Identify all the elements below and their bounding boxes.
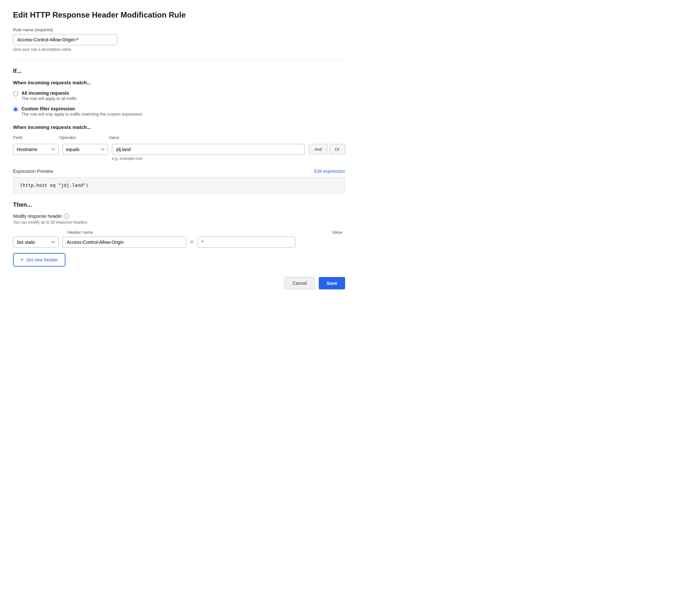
radio-group: All incoming requests The rule will appl… <box>13 91 345 116</box>
expression-header: Expression Preview Edit expression <box>13 169 345 174</box>
expression-preview-label: Expression Preview <box>13 169 53 174</box>
operator-col-label: Operator <box>59 135 105 140</box>
value-input[interactable] <box>112 144 305 155</box>
footer-actions: Cancel Save <box>13 277 345 289</box>
operator-col: equals not equals contains starts with <box>63 144 108 155</box>
modify-header-text: Modify response header <box>13 213 62 219</box>
radio-all-input[interactable] <box>13 91 18 96</box>
or-button[interactable]: Or <box>329 144 345 155</box>
filter-inputs-row: Hostname IP Source URI Path HTTP Method … <box>13 144 345 161</box>
action-select[interactable]: Set static Add Remove <box>13 237 59 248</box>
header-name-input[interactable] <box>63 237 186 248</box>
header-name-col-label: Header name <box>67 230 93 235</box>
equals-sign: = <box>190 239 194 246</box>
radio-all-incoming[interactable]: All incoming requests The rule will appl… <box>13 91 345 101</box>
rule-name-label: Rule name (required) <box>13 27 345 32</box>
rule-name-input[interactable] <box>13 34 117 45</box>
section-divider <box>13 59 345 60</box>
filter-when-match-label: When incoming requests match... <box>13 124 345 130</box>
then-section: Then... Modify response header i You can… <box>13 201 345 267</box>
operator-select[interactable]: equals not equals contains starts with <box>63 144 108 155</box>
save-button[interactable]: Save <box>319 277 345 289</box>
modify-header-label-row: Modify response header i <box>13 213 345 219</box>
if-section: If... When incoming requests match... Al… <box>13 68 345 194</box>
value-hint: e.g. example.com <box>112 156 305 161</box>
header-inputs-row: Set static Add Remove = <box>13 237 345 248</box>
set-new-header-label: Set new header <box>26 257 58 262</box>
info-icon: i <box>64 213 69 219</box>
filter-labels-row: Field Operator Value <box>13 135 345 140</box>
radio-custom-filter[interactable]: Custom filter expression The rule will o… <box>13 106 345 116</box>
edit-expression-link[interactable]: Edit expression <box>314 169 345 174</box>
radio-custom-input[interactable] <box>13 107 18 112</box>
then-heading: Then... <box>13 201 345 208</box>
field-col-label: Field <box>13 135 55 140</box>
cancel-button[interactable]: Cancel <box>285 277 315 289</box>
radio-custom-description: The rule will only apply to traffic matc… <box>22 112 142 116</box>
value-col: e.g. example.com <box>112 144 305 161</box>
and-or-buttons: And Or <box>308 144 345 155</box>
filter-builder: When incoming requests match... Field Op… <box>13 124 345 161</box>
header-value-input[interactable] <box>197 237 295 248</box>
radio-all-description: The rule will apply to all traffic <box>22 96 77 101</box>
when-match-heading: When incoming requests match... <box>13 80 345 85</box>
expression-box: (http.host eq "jdj.land") <box>13 177 345 194</box>
field-select[interactable]: Hostname IP Source URI Path HTTP Method <box>13 144 59 155</box>
if-heading: If... <box>13 68 345 74</box>
value-col-label: Value <box>109 135 119 140</box>
expression-preview-section: Expression Preview Edit expression (http… <box>13 169 345 194</box>
rule-name-hint: Give your rule a descriptive name. <box>13 47 345 52</box>
radio-all-label: All incoming requests <box>22 91 77 96</box>
radio-custom-label: Custom filter expression <box>22 106 142 111</box>
set-new-header-button[interactable]: + Set new header <box>13 253 66 267</box>
plus-icon: + <box>20 257 24 263</box>
field-col: Hostname IP Source URI Path HTTP Method <box>13 144 59 155</box>
header-row-labels: Header name Value <box>13 230 345 235</box>
expression-code: (http.host eq "jdj.land") <box>20 183 88 188</box>
modify-hint: You can modify up to 30 response headers <box>13 220 345 225</box>
rule-name-section: Rule name (required) Give your rule a de… <box>13 27 345 52</box>
and-button[interactable]: And <box>308 144 327 155</box>
value-col-label-then: Value <box>332 230 343 235</box>
page-title: Edit HTTP Response Header Modification R… <box>13 11 345 19</box>
